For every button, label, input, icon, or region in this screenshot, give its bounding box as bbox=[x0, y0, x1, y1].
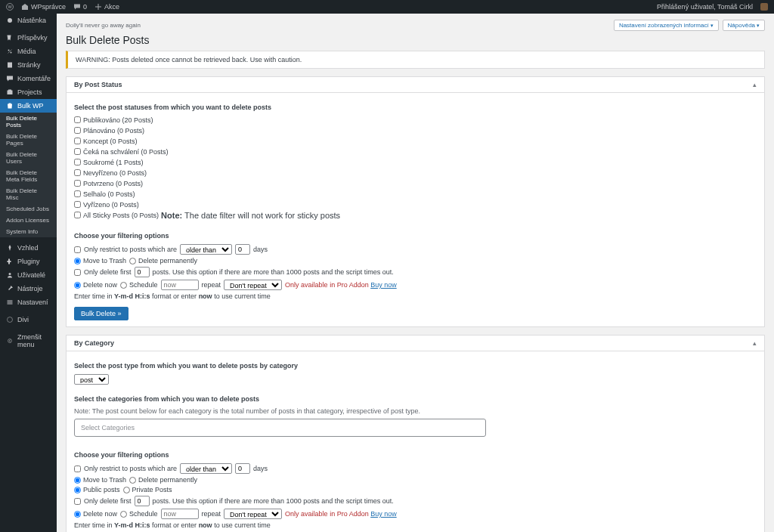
sidebar-item-bulkwp[interactable]: Bulk WP bbox=[0, 99, 57, 113]
status-6[interactable]: Potvrzeno (0 Posts) bbox=[74, 180, 143, 187]
label-text: Delete permanently bbox=[138, 476, 197, 484]
help-btn[interactable]: Nápověda bbox=[723, 20, 765, 31]
radio[interactable] bbox=[120, 282, 127, 289]
wp-logo[interactable]: W bbox=[6, 3, 14, 11]
repeat-select-cat[interactable]: Don't repeat bbox=[224, 509, 282, 519]
greeting[interactable]: Přihlášený uživatel, Tomáš Cirkl bbox=[657, 3, 753, 11]
schedule-time-input[interactable] bbox=[161, 280, 199, 290]
sidebar-item-tools[interactable]: Nástroje bbox=[0, 282, 57, 295]
older-than-select[interactable]: older than bbox=[180, 244, 232, 255]
radio[interactable] bbox=[74, 487, 81, 493]
status-sticky[interactable]: All Sticky Posts (0 Posts) bbox=[74, 212, 159, 219]
submenu-bulk-delete-pages[interactable]: Bulk Delete Pages bbox=[0, 131, 57, 149]
only-first-checkbox[interactable] bbox=[74, 269, 81, 276]
submenu-bulk-delete-posts[interactable]: Bulk Delete Posts bbox=[0, 113, 57, 131]
radio[interactable] bbox=[129, 258, 136, 264]
radio[interactable] bbox=[74, 282, 81, 289]
sidebar-item-settings[interactable]: Nastavení bbox=[0, 295, 57, 309]
svg-rect-7 bbox=[8, 90, 11, 91]
older-than-select-cat[interactable]: older than bbox=[180, 463, 232, 474]
del-perm-radio-cat[interactable]: Delete permanently bbox=[129, 476, 197, 484]
schedule-time-input-cat[interactable] bbox=[161, 509, 199, 519]
radio[interactable] bbox=[123, 487, 130, 493]
status-5[interactable]: Nevyřízeno (0 Posts) bbox=[74, 169, 147, 177]
sidebar-item-users[interactable]: Uživatelé bbox=[0, 268, 57, 282]
status-1[interactable]: Plánováno (0 Posts) bbox=[74, 127, 144, 135]
schedule-radio-cat[interactable]: Schedule bbox=[120, 510, 158, 518]
submenu-bulk-delete-misc[interactable]: Bulk Delete Misc bbox=[0, 185, 57, 203]
note-bold: Note: bbox=[161, 211, 182, 220]
delete-now-radio[interactable]: Delete now bbox=[74, 281, 117, 289]
status-2[interactable]: Koncept (0 Posts) bbox=[74, 138, 138, 145]
buy-now-link[interactable]: Buy now bbox=[370, 281, 397, 289]
submenu-addon-licenses[interactable]: Addon Licenses bbox=[0, 215, 57, 226]
status-4[interactable]: Soukromé (1 Posts) bbox=[74, 159, 144, 166]
radio[interactable] bbox=[129, 477, 136, 484]
radio[interactable] bbox=[74, 511, 81, 518]
status-checkbox[interactable] bbox=[74, 180, 81, 187]
status-3[interactable]: Čeká na schválení (0 Posts) bbox=[74, 148, 169, 156]
only-first-input-cat[interactable] bbox=[135, 496, 150, 506]
comments-count[interactable]: 0 bbox=[73, 3, 87, 11]
site-name[interactable]: WPsprávce bbox=[21, 3, 66, 11]
radio[interactable] bbox=[120, 511, 127, 518]
restrict-checkbox[interactable] bbox=[74, 246, 81, 253]
delete-now-radio-cat[interactable]: Delete now bbox=[74, 510, 117, 518]
restrict-checkbox-cat[interactable] bbox=[74, 466, 81, 472]
only-first-checkbox-cat[interactable] bbox=[74, 498, 81, 505]
sidebar-item-pages[interactable]: Stránky bbox=[0, 58, 57, 72]
avatar[interactable] bbox=[760, 3, 768, 11]
screen-options-btn[interactable]: Nastavení zobrazených informací bbox=[614, 20, 719, 31]
sidebar-item-dashboard[interactable]: Nástěnka bbox=[0, 14, 57, 27]
restrict-row: Only restrict to posts which are older t… bbox=[74, 244, 757, 255]
status-checkbox[interactable] bbox=[74, 212, 81, 218]
status-7[interactable]: Selhalo (0 Posts) bbox=[74, 190, 135, 198]
add-new[interactable]: Akce bbox=[94, 3, 119, 11]
sidebar-label: Nastavení bbox=[17, 298, 48, 306]
post-type-select[interactable]: post bbox=[74, 374, 109, 385]
postbox-status-header[interactable]: By Post Status ▴ bbox=[67, 77, 764, 93]
status-checkbox[interactable] bbox=[74, 159, 81, 165]
radio[interactable] bbox=[74, 477, 81, 484]
submenu-system-info[interactable]: System Info bbox=[0, 226, 57, 237]
only-first-input[interactable] bbox=[135, 267, 150, 277]
status-0[interactable]: Publikováno (20 Posts) bbox=[74, 116, 153, 124]
buy-now-link-cat[interactable]: Buy now bbox=[370, 510, 397, 518]
status-checkbox[interactable] bbox=[74, 116, 81, 123]
radio[interactable] bbox=[74, 258, 81, 264]
add-label: Akce bbox=[104, 3, 119, 11]
public-posts-radio[interactable]: Public posts bbox=[74, 486, 120, 493]
del-perm-radio[interactable]: Delete permanently bbox=[129, 257, 197, 264]
submenu-scheduled-jobs[interactable]: Scheduled Jobs bbox=[0, 203, 57, 215]
collapse-menu[interactable]: Zmenšit menu bbox=[0, 330, 57, 351]
status-checkbox[interactable] bbox=[74, 190, 81, 197]
bulk-delete-status-btn[interactable]: Bulk Delete » bbox=[74, 307, 128, 320]
sidebar-item-plugins[interactable]: Pluginy bbox=[0, 255, 57, 268]
sidebar-item-comments[interactable]: Komentáře bbox=[0, 72, 57, 85]
status-checkbox[interactable] bbox=[74, 138, 81, 144]
sidebar-item-media[interactable]: Média bbox=[0, 45, 57, 58]
sidebar-item-posts[interactable]: Příspěvky bbox=[0, 31, 57, 45]
sidebar-item-appearance[interactable]: Vzhled bbox=[0, 241, 57, 255]
postbox-category-header[interactable]: By Category ▴ bbox=[67, 336, 764, 351]
status-8[interactable]: Vyřízeno (0 Posts) bbox=[74, 201, 139, 209]
pro-text: Only available in Pro Addon bbox=[285, 281, 369, 289]
status-checkbox[interactable] bbox=[74, 201, 81, 208]
move-trash-radio[interactable]: Move to Trash bbox=[74, 257, 126, 264]
submenu-bulk-delete-meta[interactable]: Bulk Delete Meta Fields bbox=[0, 167, 57, 185]
status-checkbox[interactable] bbox=[74, 169, 81, 176]
categories-multiselect[interactable]: Select Categories bbox=[74, 419, 486, 437]
sidebar-item-projects[interactable]: Projects bbox=[0, 85, 57, 99]
status-checkbox[interactable] bbox=[74, 127, 81, 134]
repeat-select[interactable]: Don't repeat bbox=[224, 280, 282, 290]
schedule-radio[interactable]: Schedule bbox=[120, 281, 158, 289]
sidebar-item-divi[interactable]: Divi bbox=[0, 313, 57, 326]
hello-dolly: Dolly'll never go away again bbox=[66, 22, 141, 29]
move-trash-radio-cat[interactable]: Move to Trash bbox=[74, 476, 126, 484]
days-input[interactable] bbox=[235, 244, 250, 255]
submenu-bulk-delete-users[interactable]: Bulk Delete Users bbox=[0, 149, 57, 167]
days-input-cat[interactable] bbox=[235, 463, 250, 474]
status-label: Čeká na schválení (0 Posts) bbox=[83, 148, 169, 156]
private-posts-radio[interactable]: Private Posts bbox=[123, 486, 172, 493]
status-checkbox[interactable] bbox=[74, 148, 81, 155]
